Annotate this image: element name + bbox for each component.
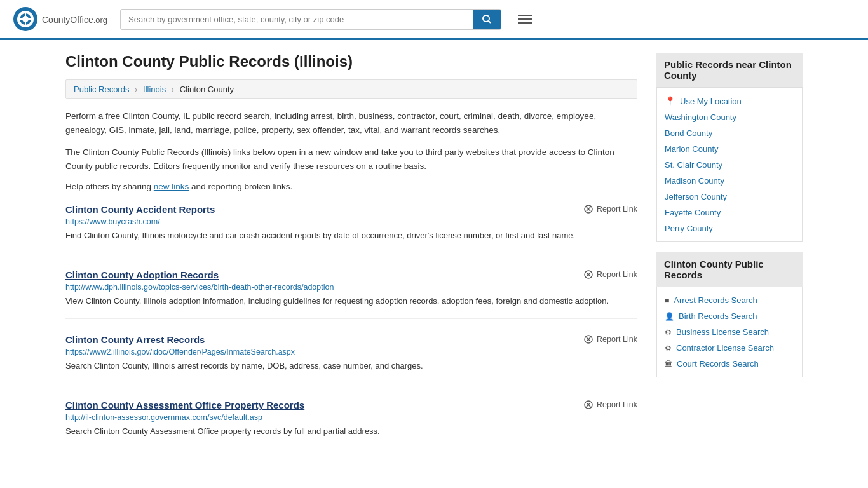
record-link-2[interactable]: Clinton County Arrest Records [65, 334, 205, 345]
breadcrumb-sep-1: › [135, 85, 137, 94]
records-sidebar-header: Clinton County Public Records [656, 252, 803, 287]
menu-line-1 [518, 15, 532, 16]
location-icon: 📍 [665, 96, 675, 106]
record-header: Clinton County Arrest Records Report Lin… [65, 334, 637, 345]
sidebar-county-item: Madison County [665, 173, 794, 189]
logo-icon [13, 6, 38, 32]
breadcrumb: Public Records › Illinois › Clinton Coun… [65, 79, 637, 99]
main-content: Clinton County Public Records (Illinois)… [65, 53, 637, 464]
report-link-label: Report Link [597, 205, 637, 214]
use-location-link[interactable]: Use My Location [680, 97, 742, 106]
report-link-2[interactable]: Report Link [583, 334, 637, 344]
sidebar-county-item: Jefferson County [665, 189, 794, 205]
page-title: Clinton County Public Records (Illinois) [65, 53, 637, 71]
logo-brand: CountyOffice [42, 15, 93, 25]
report-link-label: Report Link [597, 400, 637, 409]
use-location[interactable]: 📍 Use My Location [665, 93, 794, 109]
record-header: Clinton County Accident Reports Report L… [65, 204, 637, 215]
sidebar: Public Records near Clinton County 📍 Use… [656, 53, 803, 464]
records-list: Clinton County Accident Reports Report L… [65, 204, 637, 449]
header: CountyOffice.org [0, 0, 868, 40]
court-icon: 🏛 [665, 360, 672, 369]
layout: Clinton County Public Records (Illinois)… [53, 40, 815, 477]
breadcrumb-public-records[interactable]: Public Records [74, 85, 129, 94]
menu-line-2 [518, 18, 532, 20]
record-link-1[interactable]: Clinton County Adoption Records [65, 269, 219, 280]
search-input[interactable] [121, 10, 473, 29]
record-item: Clinton County Assessment Office Propert… [65, 400, 637, 449]
record-item: Clinton County Adoption Records Report L… [65, 269, 637, 320]
sidebar-record-link-1[interactable]: Birth Records Search [679, 311, 757, 321]
report-link-label: Report Link [597, 270, 637, 279]
report-link-icon [583, 204, 593, 214]
nearby-header: Public Records near Clinton County [656, 53, 803, 88]
logo-suffix: .org [93, 15, 107, 25]
intro-paragraph-1: Perform a free Clinton County, IL public… [65, 109, 637, 137]
sidebar-record-item: ⚙ Business License Search [665, 324, 794, 340]
record-desc-2: Search Clinton County, Illinois arrest r… [65, 360, 637, 372]
search-bar [120, 9, 501, 30]
new-links[interactable]: new links [154, 182, 189, 191]
record-url-0: https://www.buycrash.com/ [65, 217, 637, 226]
report-link-label: Report Link [597, 335, 637, 344]
record-title: Clinton County Assessment Office Propert… [65, 400, 304, 410]
sidebar-county-item: Perry County [665, 220, 794, 236]
menu-button[interactable] [514, 11, 536, 27]
sidebar-record-link-0[interactable]: Arrest Records Search [674, 295, 757, 305]
nearby-county-3[interactable]: St. Clair County [665, 160, 722, 170]
svg-rect-5 [25, 13, 26, 25]
nearby-county-7[interactable]: Perry County [665, 224, 713, 233]
sidebar-record-link-4[interactable]: Court Records Search [677, 359, 759, 369]
record-link-3[interactable]: Clinton County Assessment Office Propert… [65, 400, 304, 410]
birth-icon: 👤 [665, 312, 674, 321]
sidebar-county-item: Marion County [665, 141, 794, 157]
sidebar-record-link-2[interactable]: Business License Search [676, 327, 769, 337]
record-desc-1: View Clinton County, Illinois adoption i… [65, 295, 637, 308]
report-link-icon [583, 400, 593, 410]
record-header: Clinton County Adoption Records Report L… [65, 269, 637, 280]
report-link-1[interactable]: Report Link [583, 269, 637, 280]
search-button[interactable] [473, 10, 501, 29]
report-link-0[interactable]: Report Link [583, 204, 637, 214]
sidebar-county-item: Bond County [665, 125, 794, 141]
help-suffix: and reporting broken links. [189, 182, 292, 191]
sidebar-record-link-3[interactable]: Contractor License Search [676, 343, 774, 353]
nearby-county-5[interactable]: Jefferson County [665, 192, 727, 201]
record-header: Clinton County Assessment Office Propert… [65, 400, 637, 410]
sidebar-record-item: ⚙ Contractor License Search [665, 340, 794, 356]
nearby-section: Public Records near Clinton County 📍 Use… [656, 53, 803, 242]
nearby-county-4[interactable]: Madison County [665, 176, 724, 186]
sidebar-record-links: ■ Arrest Records Search 👤 Birth Records … [665, 292, 794, 372]
help-text: Help others by sharing new links and rep… [65, 182, 637, 191]
record-url-3: http://il-clinton-assessor.governmax.com… [65, 413, 637, 422]
nearby-county-2[interactable]: Marion County [665, 144, 719, 154]
record-url-1: http://www.dph.illinois.gov/topics-servi… [65, 283, 637, 292]
nearby-county-1[interactable]: Bond County [665, 128, 712, 138]
report-link-icon [583, 269, 593, 280]
breadcrumb-current: Clinton County [180, 85, 234, 94]
sidebar-county-item: Washington County [665, 109, 794, 125]
business-icon: ⚙ [665, 328, 672, 337]
record-item: Clinton County Accident Reports Report L… [65, 204, 637, 254]
arrest-icon: ■ [665, 296, 669, 305]
svg-line-7 [489, 21, 491, 24]
search-icon [482, 14, 492, 24]
report-link-3[interactable]: Report Link [583, 400, 637, 410]
report-link-icon [583, 334, 593, 344]
record-desc-0: Find Clinton County, Illinois motorcycle… [65, 229, 637, 242]
nearby-county-6[interactable]: Fayette County [665, 208, 721, 217]
sidebar-county-item: St. Clair County [665, 157, 794, 173]
breadcrumb-illinois[interactable]: Illinois [143, 85, 166, 94]
record-link-0[interactable]: Clinton County Accident Reports [65, 204, 215, 215]
contractor-icon: ⚙ [665, 344, 672, 353]
sidebar-record-item: 👤 Birth Records Search [665, 308, 794, 324]
record-title: Clinton County Adoption Records [65, 269, 219, 280]
nearby-content: 📍 Use My Location Washington CountyBond … [656, 88, 803, 242]
logo[interactable]: CountyOffice.org [13, 6, 107, 32]
record-desc-3: Search Clinton County Assessment Office … [65, 425, 637, 438]
menu-line-3 [518, 22, 532, 24]
sidebar-record-item: 🏛 Court Records Search [665, 356, 794, 372]
nearby-county-0[interactable]: Washington County [665, 112, 736, 122]
breadcrumb-sep-2: › [172, 85, 174, 94]
sidebar-record-item: ■ Arrest Records Search [665, 292, 794, 308]
